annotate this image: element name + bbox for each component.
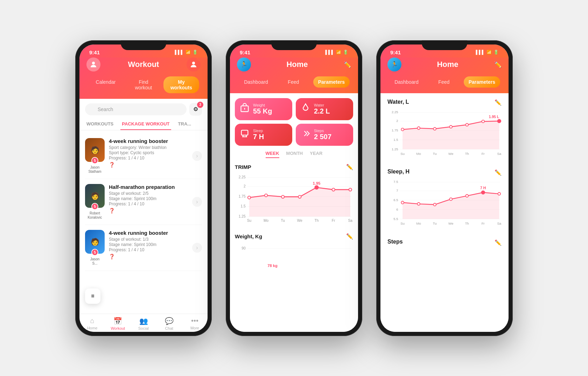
svg-point-46 xyxy=(401,128,404,131)
tab-feed[interactable]: Feed xyxy=(276,76,311,88)
svg-text:2.25: 2.25 xyxy=(392,110,398,114)
svg-point-73 xyxy=(433,203,436,206)
bottom-navigation: ⌂ Home 📅 Workout 👥 Social 💬 Chat ••• xyxy=(79,314,208,332)
status-time: 9:41 xyxy=(240,49,250,55)
steps-icon xyxy=(301,129,310,141)
tab-month[interactable]: MONTH xyxy=(286,151,303,158)
avatar-container: 🧑 5 xyxy=(85,138,105,162)
svg-rect-4 xyxy=(241,130,248,135)
tab-parameters[interactable]: Parameters xyxy=(464,76,500,88)
status-time: 9:41 xyxy=(89,49,100,55)
profile-avatar[interactable] xyxy=(86,57,100,71)
tab-my-workouts[interactable]: My workouts xyxy=(163,76,199,93)
phone-home-params: 9:41 ▌▌▌ 📶 🔋 🏃 Home ✏️ Dashboard Feed Pa… xyxy=(376,40,513,336)
tab-calendar[interactable]: Calendar xyxy=(88,76,124,93)
tab-workouts[interactable]: WORKOUTS xyxy=(85,118,115,130)
chart-edit-icon[interactable]: ✏️ xyxy=(346,164,353,170)
edit-icon[interactable]: ✏️ xyxy=(343,61,351,68)
water-section: Water, L ✏️ 2.25 2 1.75 1.5 1.25 xyxy=(380,93,509,160)
question-icon[interactable]: ❓ xyxy=(109,162,188,168)
stage-of-workout: Stage of workout: 1/3 xyxy=(109,237,188,242)
question-icon[interactable]: ❓ xyxy=(109,254,188,259)
chevron-icon[interactable]: › xyxy=(192,243,202,253)
tab-parameters[interactable]: Parameters xyxy=(313,76,350,88)
nav-more[interactable]: ••• More xyxy=(182,317,208,330)
notch xyxy=(271,40,317,50)
page-title: Home xyxy=(437,60,458,69)
svg-point-24 xyxy=(349,188,352,191)
tab-package-workout[interactable]: PACKAGE WORKOUT xyxy=(120,118,171,130)
tab-dashboard[interactable]: Dashboard xyxy=(389,76,424,88)
svg-text:2: 2 xyxy=(244,184,246,188)
question-icon[interactable]: ❓ xyxy=(109,208,188,213)
water-info: Water 2.2 L xyxy=(314,103,330,115)
avatar-name: RobertKoralovic xyxy=(88,211,102,220)
fab-menu-button[interactable]: ≡ xyxy=(85,288,100,304)
workout-details: 4-week running booster Stage of workout:… xyxy=(109,230,188,259)
workout-item: 🧑 5 JasonStatham 4-week running booster … xyxy=(85,133,202,179)
trimp-chart: 2.25 2 1.75 1.5 1.25 xyxy=(235,173,353,225)
workout-category-tabs: WORKOUTS PACKAGE WORKOUT TRA... xyxy=(79,118,208,130)
chevron-icon[interactable]: › xyxy=(192,151,202,161)
sport-category: Sport category: Winter biathlon xyxy=(109,145,188,150)
avatar-container: 🧑 5 xyxy=(85,230,105,254)
nav-chat[interactable]: 💬 Chat xyxy=(156,317,182,330)
tab-year[interactable]: YEAR xyxy=(310,151,322,158)
status-time: 9:41 xyxy=(390,49,401,55)
stage-name: Stage name: Sprint 100m xyxy=(109,196,188,201)
svg-text:Th: Th xyxy=(315,219,319,223)
svg-point-76 xyxy=(481,191,485,194)
weight-chart-edit-icon[interactable]: ✏️ xyxy=(346,233,353,240)
svg-text:1.5: 1.5 xyxy=(393,138,398,142)
tab-week[interactable]: WEEK xyxy=(266,151,279,158)
svg-point-18 xyxy=(248,196,251,199)
phone-workout: 9:41 ▌▌▌ 📶 🔋 Workout xyxy=(75,40,212,336)
status-icons: ▌▌▌ 📶 🔋 xyxy=(175,50,198,55)
svg-text:Mo: Mo xyxy=(264,219,269,223)
more-icon: ••• xyxy=(191,317,198,325)
header-row: 🏃 Home ✏️ xyxy=(237,57,351,71)
wifi-icon: 📶 xyxy=(486,50,492,55)
profile-avatar[interactable]: 🏃 xyxy=(387,57,401,71)
sleep-chart-header: Sleep, H ✏️ xyxy=(387,169,502,176)
workout-content: 🔍 Search ⚙ 3 WORKOUTS PACKAGE WORKOUT TR… xyxy=(79,99,208,314)
nav-social-label: Social xyxy=(138,326,149,330)
nav-home-label: Home xyxy=(87,326,97,330)
svg-point-74 xyxy=(449,198,452,201)
nav-more-label: More xyxy=(190,326,199,330)
svg-text:Su: Su xyxy=(400,222,405,226)
search-input[interactable]: Search xyxy=(85,103,187,115)
phone-home-dashboard: 9:41 ▌▌▌ 📶 🔋 🏃 Home ✏️ Dashboard Feed Pa… xyxy=(226,40,362,336)
svg-point-21 xyxy=(298,195,301,198)
chevron-icon[interactable]: › xyxy=(192,197,202,207)
workout-header: Workout Calendar Find workout My workout… xyxy=(79,57,208,99)
tab-dashboard[interactable]: Dashboard xyxy=(238,76,274,88)
svg-text:Th: Th xyxy=(465,152,469,156)
notification-avatar[interactable] xyxy=(187,57,201,71)
svg-text:Tu: Tu xyxy=(433,222,437,226)
tab-trainers[interactable]: TRA... xyxy=(177,118,193,130)
svg-text:1.95: 1.95 xyxy=(313,181,321,185)
battery-icon: 🔋 xyxy=(192,50,198,55)
tab-feed[interactable]: Feed xyxy=(426,76,462,88)
svg-text:We: We xyxy=(448,152,453,156)
svg-text:1.25: 1.25 xyxy=(239,214,246,218)
nav-social[interactable]: 👥 Social xyxy=(131,317,156,330)
notch xyxy=(121,40,166,50)
nav-workout[interactable]: 📅 Workout xyxy=(105,317,131,330)
sleep-edit-icon[interactable]: ✏️ xyxy=(495,169,502,176)
svg-text:1.75: 1.75 xyxy=(392,128,398,132)
svg-point-51 xyxy=(482,120,484,123)
water-edit-icon[interactable]: ✏️ xyxy=(495,99,502,106)
profile-avatar[interactable]: 🏃 xyxy=(237,57,251,71)
tab-find-workout[interactable]: Find workout xyxy=(126,76,161,93)
avatar-container: 🧑 5 xyxy=(85,184,105,208)
filter-button[interactable]: ⚙ 3 xyxy=(189,103,202,116)
nav-home[interactable]: ⌂ Home xyxy=(79,317,105,330)
steps-edit-icon[interactable]: ✏️ xyxy=(495,239,502,246)
sleep-chart-title: Sleep, H xyxy=(387,169,410,175)
edit-icon[interactable]: ✏️ xyxy=(494,61,502,68)
avatar-wrapper: 🧑 5 RobertKoralovic xyxy=(85,184,105,220)
steps-section: Steps ✏️ xyxy=(380,233,509,246)
svg-text:Su: Su xyxy=(400,152,405,156)
